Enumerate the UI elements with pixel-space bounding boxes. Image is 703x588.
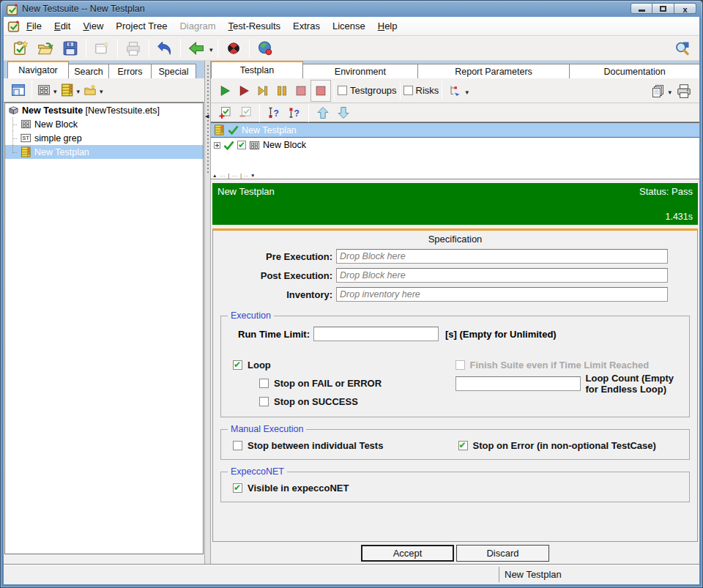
tab-special[interactable]: Special <box>151 64 196 78</box>
move-down-button[interactable] <box>334 102 353 124</box>
tree-guide <box>8 131 18 145</box>
pause-button[interactable] <box>272 80 291 102</box>
risks-checkbox-group[interactable]: Risks <box>403 85 439 96</box>
abort-button[interactable] <box>310 80 331 102</box>
specification-panel: Specification Pre Execution: Post Execut… <box>212 228 698 542</box>
minimize-button[interactable] <box>631 3 652 14</box>
play-red-icon <box>237 84 250 97</box>
menu-help[interactable]: Help <box>372 18 403 34</box>
remove-item-button <box>236 102 255 124</box>
pre-execution-input[interactable] <box>336 249 668 264</box>
stop-button[interactable] <box>291 80 310 102</box>
tab-errors[interactable]: Errors <box>108 64 152 78</box>
new-folder-button[interactable] <box>81 80 99 100</box>
stop-on-error-row[interactable]: Stop on Error (in non-optional TestCase) <box>458 437 684 453</box>
tab-report-parameters[interactable]: Report Parameters <box>417 64 570 78</box>
post-execution-input[interactable] <box>336 268 668 283</box>
testgroups-checkbox-group[interactable]: Testgroups <box>338 85 397 96</box>
risks-checkbox[interactable] <box>403 86 413 95</box>
tree-item-simple-grep[interactable]: simple grep <box>5 131 203 145</box>
menu-project-tree[interactable]: Project Tree <box>110 18 173 34</box>
testsuite-filename: [NewTestsuite.ets] <box>83 105 160 116</box>
loop-checkbox-row[interactable]: Loop <box>233 356 455 374</box>
tab-search[interactable]: Search <box>68 64 109 78</box>
menu-edit[interactable]: Edit <box>48 18 76 34</box>
back-button[interactable] <box>184 37 209 59</box>
titlebar[interactable]: New Testsuite -- New Testplan <box>1 1 702 17</box>
new-block-dropdown-icon[interactable] <box>53 83 57 97</box>
inventory-input[interactable] <box>336 287 668 302</box>
run-with-debug-button[interactable] <box>234 80 253 102</box>
report-dropdown-icon[interactable] <box>668 84 672 97</box>
new-block-button[interactable] <box>35 80 53 100</box>
manual-execution-group-label: Manual Execution <box>228 424 306 434</box>
menu-file[interactable]: File <box>21 18 48 34</box>
tree-splitter-grip[interactable] <box>212 173 256 178</box>
tab-navigator[interactable]: Navigator <box>7 61 69 78</box>
pre-execution-row: Pre Execution: <box>213 247 697 266</box>
add-item-button[interactable] <box>215 102 234 124</box>
menu-license[interactable]: License <box>327 18 371 34</box>
menu-test-results[interactable]: Test-Results <box>223 18 287 34</box>
enable-checkbox[interactable] <box>237 141 246 149</box>
plan-row-new-block[interactable]: New Block <box>211 138 699 152</box>
visible-expecconet-row[interactable]: Visible in expeccoNET <box>233 480 349 496</box>
navigator-toolbar <box>4 78 204 103</box>
run-button[interactable] <box>215 80 234 102</box>
new-folder-dropdown-icon[interactable] <box>100 83 103 97</box>
network-button[interactable] <box>253 37 278 59</box>
tree-item-testsuite[interactable]: New Testsuite [NewTestsuite.ets] <box>5 103 203 117</box>
menu-extras[interactable]: Extras <box>287 18 326 34</box>
plan-row-testplan[interactable]: New Testplan <box>211 123 699 138</box>
make-mandatory-button[interactable] <box>285 102 304 124</box>
new-testplan-button[interactable] <box>59 80 76 100</box>
testgroups-checkbox[interactable] <box>338 86 347 95</box>
run-time-input[interactable] <box>313 327 439 341</box>
new-block-icon <box>37 83 51 97</box>
emergency-stop-button[interactable] <box>221 37 246 59</box>
expander-plus-icon[interactable] <box>214 142 220 149</box>
stop-on-success-row[interactable]: Stop on SUCCESS <box>259 392 455 411</box>
step-button[interactable] <box>253 80 272 102</box>
new-window-icon <box>94 40 110 56</box>
tree-options-button[interactable] <box>445 80 464 102</box>
tree-item-new-block[interactable]: New Block <box>5 117 203 131</box>
maximize-button[interactable] <box>652 3 674 14</box>
stop-on-success-checkbox[interactable] <box>259 397 269 406</box>
accept-button[interactable]: Accept <box>361 545 454 562</box>
undo-button[interactable] <box>152 37 177 59</box>
visible-expecconet-checkbox[interactable] <box>233 483 242 493</box>
search-button[interactable] <box>670 37 695 59</box>
close-button[interactable] <box>674 3 696 14</box>
menu-view[interactable]: View <box>77 18 109 34</box>
discard-button[interactable]: Discard <box>456 545 549 562</box>
loop-checkbox[interactable] <box>233 360 242 370</box>
expecconet-row: Visible in expeccoNET <box>227 480 683 496</box>
panel-splitter[interactable] <box>204 61 211 564</box>
st-script-icon <box>21 133 31 144</box>
new-testplan-dropdown-icon[interactable] <box>77 83 81 97</box>
loop-count-input[interactable] <box>455 376 581 391</box>
toggle-detail-panel-button[interactable] <box>8 80 29 100</box>
tree-options-dropdown-icon[interactable] <box>465 84 469 97</box>
stop-on-fail-checkbox[interactable] <box>259 379 269 388</box>
stop-on-fail-row[interactable]: Stop on FAIL or ERROR <box>259 374 455 392</box>
report-button[interactable] <box>648 80 667 102</box>
make-optional-button[interactable] <box>264 102 283 124</box>
back-dropdown-icon[interactable] <box>209 42 213 55</box>
save-button[interactable] <box>58 37 83 59</box>
stop-between-checkbox[interactable] <box>233 441 242 450</box>
stop-between-row[interactable]: Stop between individual Tests <box>233 437 458 453</box>
stop-on-error-checkbox[interactable] <box>458 441 468 450</box>
open-button[interactable] <box>33 37 58 59</box>
tab-environment[interactable]: Environment <box>302 64 418 78</box>
navigator-panel: Navigator Search Errors Special <box>4 61 204 564</box>
tree-item-new-testplan[interactable]: New Testplan <box>5 145 203 159</box>
toolbar-separator <box>217 39 218 58</box>
tab-documentation[interactable]: Documentation <box>569 64 699 78</box>
move-up-button[interactable] <box>313 102 332 124</box>
tab-label: Documentation <box>604 67 666 77</box>
print-report-button[interactable] <box>673 80 695 102</box>
tab-testplan[interactable]: Testplan <box>211 61 303 78</box>
new-testsuite-button[interactable] <box>8 37 33 59</box>
